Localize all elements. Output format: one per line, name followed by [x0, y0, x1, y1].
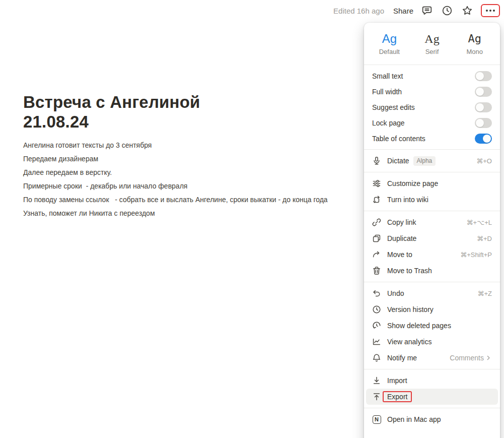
ellipsis-icon[interactable]	[484, 7, 496, 15]
import-export-section: Import Export	[364, 369, 500, 408]
toggle-switch[interactable]	[475, 71, 492, 81]
clock-icon	[372, 305, 381, 314]
font-sample: Ag	[424, 31, 439, 46]
menu-item-show-deleted-pages[interactable]: Show deleted pages	[366, 318, 498, 334]
menu-item-undo[interactable]: Undo ⌘+Z	[366, 285, 498, 301]
menu-item-open-in-mac-app[interactable]: N Open in Mac app	[366, 411, 498, 427]
paragraph[interactable]: Ангелина готовит тексты до 3 сентября	[23, 140, 349, 150]
font-sample: Ag	[382, 31, 397, 46]
font-sample: Ag	[468, 31, 481, 46]
menu-item-turn-into-wiki[interactable]: Turn into wiki	[366, 192, 498, 208]
toggle-switch[interactable]	[475, 118, 492, 128]
line-chart-icon	[372, 337, 381, 346]
edited-timestamp: Edited 16h ago	[333, 7, 384, 15]
menu-item-import[interactable]: Import	[366, 372, 498, 389]
font-option-mono[interactable]: Ag Mono	[453, 29, 496, 57]
link-icon	[372, 218, 381, 227]
download-icon	[372, 376, 381, 385]
toggle-table-of-contents[interactable]: Table of contents	[366, 131, 498, 146]
toggle-full-width[interactable]: Full width	[366, 84, 498, 99]
menu-item-version-history[interactable]: Version history	[366, 301, 498, 318]
page-options-menu: Ag Default Ag Serif Ag Mono Small text F…	[364, 23, 500, 438]
toggle-suggest-edits[interactable]: Suggest edits	[366, 99, 498, 115]
curved-arrow-icon	[372, 250, 381, 259]
notify-value: Comments	[450, 354, 492, 362]
alpha-badge: Alpha	[413, 156, 436, 166]
toggle-switch[interactable]	[475, 134, 492, 144]
menu-item-dictate[interactable]: Dictate Alpha ⌘+O	[366, 153, 498, 169]
share-button[interactable]: Share	[393, 7, 413, 15]
dictate-section: Dictate Alpha ⌘+O	[364, 150, 500, 172]
loop-arrows-icon	[372, 195, 381, 204]
shortcut: ⌘+O	[476, 157, 492, 165]
clock-icon[interactable]	[441, 4, 454, 17]
toggle-small-text[interactable]: Small text	[366, 68, 498, 84]
page-content: Встреча с Ангелиной 21.08.24 Ангелина го…	[23, 92, 349, 222]
toggle-switch[interactable]	[475, 87, 492, 97]
menu-item-customize-page[interactable]: Customize page	[366, 175, 498, 192]
shortcut: ⌘+Z	[477, 290, 492, 297]
shortcut: ⌘+Shift+P	[460, 251, 492, 259]
font-picker: Ag Default Ag Serif Ag Mono	[364, 23, 500, 65]
menu-item-copy-link[interactable]: Copy link ⌘+⌥+L	[366, 214, 498, 230]
history-section: Undo ⌘+Z Version history Show deleted pa…	[364, 282, 500, 369]
export-annotation: Export	[383, 391, 412, 402]
link-section: Copy link ⌘+⌥+L Duplicate ⌘+D Move	[364, 211, 500, 282]
menu-item-view-analytics[interactable]: View analytics	[366, 334, 498, 350]
shortcut: ⌘+⌥+L	[467, 219, 492, 226]
menu-item-duplicate[interactable]: Duplicate ⌘+D	[366, 230, 498, 246]
font-option-default[interactable]: Ag Default	[368, 29, 411, 57]
top-bar: Edited 16h ago Share	[333, 0, 504, 21]
comments-icon[interactable]	[420, 4, 434, 17]
font-option-serif[interactable]: Ag Serif	[411, 29, 454, 57]
undo-icon	[372, 289, 381, 298]
toggle-section: Small text Full width Suggest edits Lock…	[364, 65, 500, 149]
paragraph[interactable]: Далее передаем в верстку.	[23, 167, 349, 177]
more-menu-annotation	[481, 4, 500, 17]
chevron-right-icon	[485, 354, 492, 361]
microphone-icon	[372, 156, 381, 165]
shortcut: ⌘+D	[477, 235, 492, 242]
trash-icon	[372, 266, 381, 275]
mac-app-section: N Open in Mac app	[364, 408, 500, 430]
upload-icon	[372, 392, 381, 401]
menu-item-move-to-trash[interactable]: Move to Trash	[366, 263, 498, 279]
notion-logo-icon: N	[372, 415, 381, 424]
toggle-lock-page[interactable]: Lock page	[366, 115, 498, 131]
paragraph[interactable]: По поводу замены ссылок - собрать все и …	[23, 195, 349, 205]
restore-clock-icon	[372, 321, 381, 330]
duplicate-icon	[372, 234, 381, 243]
sliders-icon	[372, 179, 381, 188]
star-icon[interactable]	[461, 4, 474, 17]
paragraph[interactable]: Примерные сроки - декабрь или начало фев…	[23, 181, 349, 191]
menu-item-export[interactable]: Export	[366, 389, 498, 405]
toggle-switch[interactable]	[475, 102, 492, 112]
menu-item-move-to[interactable]: Move to ⌘+Shift+P	[366, 246, 498, 263]
menu-item-notify-me[interactable]: Notify me Comments	[366, 350, 498, 366]
paragraph[interactable]: Узнать, поможет ли Никита с переездом	[23, 208, 349, 218]
bell-icon	[372, 353, 381, 362]
page-title[interactable]: Встреча с Ангелиной 21.08.24	[23, 92, 245, 132]
paragraph[interactable]: Передаем дизайнерам	[23, 154, 349, 164]
customize-section: Customize page Turn into wiki	[364, 172, 500, 211]
